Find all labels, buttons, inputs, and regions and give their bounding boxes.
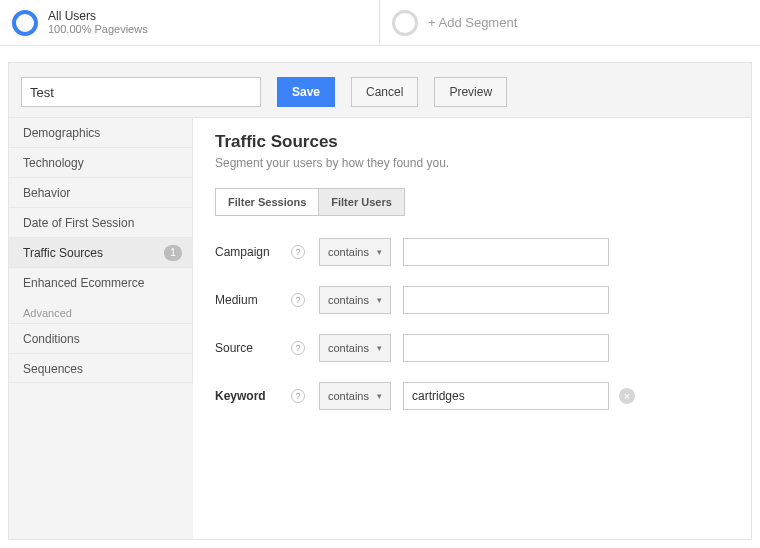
help-icon[interactable]: ? bbox=[291, 245, 305, 259]
chevron-down-icon: ▾ bbox=[377, 247, 382, 257]
sidebar: Demographics Technology Behavior Date of… bbox=[9, 117, 193, 539]
tab-filter-sessions[interactable]: Filter Sessions bbox=[215, 188, 319, 216]
segment-ring-icon bbox=[12, 10, 38, 36]
chevron-down-icon: ▾ bbox=[377, 391, 382, 401]
value-input-medium[interactable] bbox=[403, 286, 609, 314]
value-input-campaign[interactable] bbox=[403, 238, 609, 266]
chevron-down-icon: ▾ bbox=[377, 343, 382, 353]
segment-all-users[interactable]: All Users 100.00% Pageviews bbox=[0, 0, 380, 45]
operator-label: contains bbox=[328, 390, 369, 402]
sidebar-item-label: Behavior bbox=[23, 186, 70, 200]
clear-icon[interactable]: × bbox=[619, 388, 635, 404]
action-bar: Save Cancel Preview bbox=[9, 63, 751, 117]
sidebar-item-count-badge: 1 bbox=[164, 245, 182, 261]
segment-name-input[interactable] bbox=[21, 77, 261, 107]
sidebar-item-technology[interactable]: Technology bbox=[9, 147, 193, 177]
sidebar-group-advanced: Advanced bbox=[9, 297, 193, 323]
sidebar-item-label: Date of First Session bbox=[23, 216, 134, 230]
add-segment-ring-icon bbox=[392, 10, 418, 36]
sidebar-item-demographics[interactable]: Demographics bbox=[9, 117, 193, 147]
help-icon[interactable]: ? bbox=[291, 389, 305, 403]
add-segment[interactable]: + Add Segment bbox=[380, 0, 760, 45]
row-medium: Medium ? contains▾ bbox=[215, 286, 731, 314]
row-keyword: Keyword ? contains▾ × bbox=[215, 382, 731, 410]
sidebar-item-date-first-session[interactable]: Date of First Session bbox=[9, 207, 193, 237]
cancel-button[interactable]: Cancel bbox=[351, 77, 418, 107]
row-label: Campaign bbox=[215, 245, 287, 259]
sidebar-item-label: Conditions bbox=[23, 332, 80, 346]
add-segment-label: + Add Segment bbox=[428, 15, 517, 30]
sidebar-item-behavior[interactable]: Behavior bbox=[9, 177, 193, 207]
operator-select[interactable]: contains▾ bbox=[319, 382, 391, 410]
sidebar-item-sequences[interactable]: Sequences bbox=[9, 353, 193, 383]
value-input-keyword[interactable] bbox=[403, 382, 609, 410]
tab-filter-users[interactable]: Filter Users bbox=[319, 188, 405, 216]
operator-label: contains bbox=[328, 342, 369, 354]
segment-builder: Save Cancel Preview Demographics Technol… bbox=[8, 62, 752, 540]
operator-label: contains bbox=[328, 246, 369, 258]
help-icon[interactable]: ? bbox=[291, 341, 305, 355]
row-source: Source ? contains▾ bbox=[215, 334, 731, 362]
sidebar-item-enhanced-ecommerce[interactable]: Enhanced Ecommerce bbox=[9, 267, 193, 297]
value-input-source[interactable] bbox=[403, 334, 609, 362]
filter-scope-tabs: Filter Sessions Filter Users bbox=[215, 188, 405, 216]
operator-select[interactable]: contains▾ bbox=[319, 334, 391, 362]
chevron-down-icon: ▾ bbox=[377, 295, 382, 305]
main-panel: Traffic Sources Segment your users by ho… bbox=[193, 117, 751, 539]
segment-title: All Users bbox=[48, 10, 148, 24]
segment-subtitle: 100.00% Pageviews bbox=[48, 23, 148, 35]
operator-label: contains bbox=[328, 294, 369, 306]
sidebar-item-label: Enhanced Ecommerce bbox=[23, 276, 144, 290]
sidebar-item-traffic-sources[interactable]: Traffic Sources 1 bbox=[9, 237, 193, 267]
row-campaign: Campaign ? contains▾ bbox=[215, 238, 731, 266]
segment-bar: All Users 100.00% Pageviews + Add Segmen… bbox=[0, 0, 760, 46]
sidebar-item-label: Sequences bbox=[23, 362, 83, 376]
help-icon[interactable]: ? bbox=[291, 293, 305, 307]
panel-subtitle: Segment your users by how they found you… bbox=[215, 156, 731, 170]
row-label: Medium bbox=[215, 293, 287, 307]
save-button[interactable]: Save bbox=[277, 77, 335, 107]
preview-button[interactable]: Preview bbox=[434, 77, 507, 107]
row-label: Source bbox=[215, 341, 287, 355]
panel-title: Traffic Sources bbox=[215, 132, 731, 152]
sidebar-item-label: Traffic Sources bbox=[23, 246, 103, 260]
row-label: Keyword bbox=[215, 389, 287, 403]
operator-select[interactable]: contains▾ bbox=[319, 238, 391, 266]
sidebar-item-label: Technology bbox=[23, 156, 84, 170]
sidebar-item-label: Demographics bbox=[23, 126, 100, 140]
operator-select[interactable]: contains▾ bbox=[319, 286, 391, 314]
sidebar-item-conditions[interactable]: Conditions bbox=[9, 323, 193, 353]
